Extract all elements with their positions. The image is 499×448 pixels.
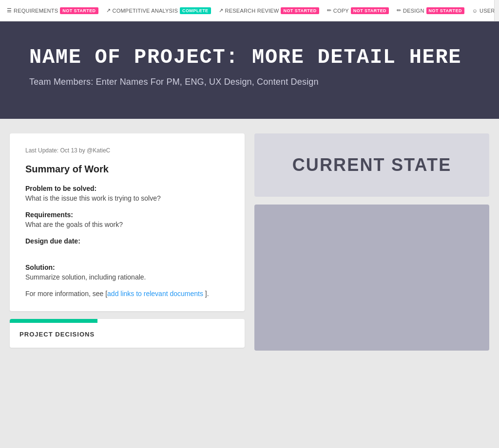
user-testing-icon: ☺ [472,8,478,14]
decisions-progress-bar [10,319,97,323]
design-due-text [25,247,229,255]
nav-tab-design[interactable]: ✏DESIGNNOT STARTED [394,5,467,16]
copy-label: COPY [333,8,349,14]
more-info-prefix: For more information, see [ [25,290,107,298]
current-state-card: CURRENT STATE [254,133,489,197]
summary-card: Last Update: Oct 13 by @KatieC Summary o… [10,133,245,311]
requirements-label: REQUIREMENTS [14,8,58,14]
nav-tab-competitive-analysis[interactable]: ↗COMPETITIVE ANALYSISCOMPLETE [103,5,214,16]
design-status-badge: NOT STARTED [426,7,464,14]
research-review-status-badge: NOT STARTED [281,7,319,14]
hero-banner: NAME OF PROJECT: MORE DETAIL HERE Team M… [0,21,499,119]
more-info-link[interactable]: add links to relevant documents [107,290,203,298]
requirements-status-badge: NOT STARTED [60,7,98,14]
summary-title: Summary of Work [25,164,229,175]
scrollbar[interactable] [494,0,499,21]
more-info-text: For more information, see [add links to … [25,290,229,298]
nav-tab-research-review[interactable]: ↗RESEARCH REVIEWNOT STARTED [216,5,322,16]
design-label: DESIGN [403,8,424,14]
decisions-card: PROJECT DECISIONS [10,319,245,348]
main-content: Last Update: Oct 13 by @KatieC Summary o… [0,119,499,365]
competitive-analysis-label: COMPETITIVE ANALYSIS [113,8,178,14]
copy-status-badge: NOT STARTED [351,7,389,14]
hero-subtitle: Team Members: Enter Names For PM, ENG, U… [29,77,475,87]
solution-text: Summarize solution, including rationale. [25,273,229,281]
image-placeholder [254,205,489,351]
requirements-icon: ☰ [7,7,12,14]
copy-icon: ✏ [327,7,331,14]
right-column: CURRENT STATE [254,133,489,351]
nav-tab-copy[interactable]: ✏COPYNOT STARTED [324,5,392,16]
left-column: Last Update: Oct 13 by @KatieC Summary o… [10,133,245,348]
more-info-suffix: ]. [203,290,209,298]
solution-label: Solution: [25,263,229,271]
requirements-label: Requirements: [25,211,229,219]
decisions-title: PROJECT DECISIONS [10,323,245,348]
hero-title: NAME OF PROJECT: MORE DETAIL HERE [29,46,475,69]
top-nav-bar: ☰REQUIREMENTSNOT STARTED↗COMPETITIVE ANA… [0,0,499,21]
research-review-icon: ↗ [219,7,223,14]
design-icon: ✏ [397,7,401,14]
competitive-analysis-status-badge: COMPLETE [180,7,211,14]
design-due-label: Design due date: [25,237,229,245]
last-update-text: Last Update: Oct 13 by @KatieC [25,147,229,154]
research-review-label: RESEARCH REVIEW [225,8,279,14]
current-state-title: CURRENT STATE [292,155,452,175]
competitive-analysis-icon: ↗ [106,7,111,14]
problem-label: Problem to be solved: [25,185,229,192]
nav-tab-requirements[interactable]: ☰REQUIREMENTSNOT STARTED [4,5,101,16]
problem-text: What is the issue this work is trying to… [25,194,229,202]
requirements-text: What are the goals of this work? [25,221,229,228]
